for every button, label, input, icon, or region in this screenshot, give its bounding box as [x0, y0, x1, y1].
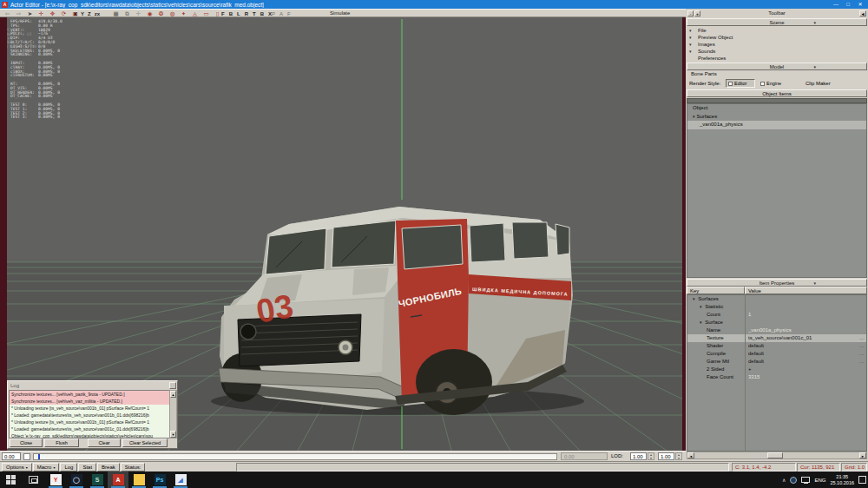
axis-constraint-button[interactable]: X — [73, 11, 78, 16]
projection-button[interactable]: P — [271, 11, 276, 16]
log-window-button[interactable] — [169, 382, 176, 389]
texture-icon[interactable]: ◍ — [168, 10, 177, 17]
van-model[interactable]: 03 ЧОРНОБИЛЬ ШВИДКА МЕДИЧНА ДОПОМОГА — [211, 207, 584, 415]
status-button[interactable]: Macro▾ — [33, 463, 60, 472]
scene-item[interactable]: Preferences — [687, 55, 866, 62]
axis-constraint-button[interactable]: Z — [87, 11, 92, 16]
photoshop-icon[interactable]: Ps — [149, 472, 170, 488]
timeline-track[interactable] — [33, 453, 557, 460]
status-button[interactable]: Options▾ — [2, 463, 32, 472]
minimize-button[interactable]: — — [830, 1, 842, 9]
tree-item[interactable]: _van001a_physics — [687, 121, 866, 129]
media-app-icon[interactable]: ◢ — [170, 472, 191, 488]
status-button[interactable]: Stat▾ — [78, 463, 96, 472]
log-scrollbar[interactable]: ▲ ▼ — [169, 390, 177, 439]
scroll-right-icon[interactable]: ► — [859, 452, 866, 458]
time-input[interactable]: 0.00 — [2, 452, 21, 460]
lod-spinner-1[interactable]: 1.00▲▼ — [630, 452, 654, 460]
task-view-button[interactable] — [29, 476, 38, 484]
scrollbar-thumb[interactable] — [767, 452, 783, 458]
axis-constraint-button[interactable]: Y — [80, 11, 85, 16]
start-button[interactable] — [6, 475, 16, 485]
light-icon[interactable]: ❂ — [156, 10, 166, 17]
scene-section-header[interactable]: Scene▾ — [687, 18, 867, 26]
rotate-icon[interactable]: ⟳ — [59, 10, 69, 17]
tree-item[interactable]: Object — [687, 104, 866, 113]
property-row[interactable]: Statistic — [687, 303, 866, 311]
lod-spinner-2[interactable]: 1.00▲▼ — [658, 452, 682, 460]
close-button[interactable]: ✕ — [854, 1, 866, 9]
select-icon[interactable]: ➤ — [25, 10, 35, 17]
log-button[interactable]: Clear — [88, 439, 121, 447]
key-column-header[interactable]: Key — [687, 287, 745, 294]
redo-icon[interactable]: ⇨ — [14, 10, 23, 17]
view-direction-button[interactable]: R — [244, 11, 249, 16]
clip-maker-button[interactable]: Clip Maker — [806, 81, 831, 86]
view-direction-button[interactable]: T — [252, 11, 257, 16]
add-disabled-icon[interactable]: ✛ — [134, 10, 143, 17]
log-entry[interactable]: * Loaded: gamedata\textures\ts_veh_sourc… — [10, 425, 170, 432]
log-button[interactable]: Clear Selected — [122, 439, 168, 447]
scroll-left-icon[interactable]: ◄ — [687, 452, 694, 458]
log-entry[interactable]: * Unloading texture [ts_veh_source\van00… — [10, 405, 170, 412]
file-explorer-icon[interactable] — [128, 472, 149, 488]
property-row[interactable]: Shaderdefault — [687, 342, 866, 350]
property-row[interactable]: Surfaces — [687, 295, 866, 303]
actor-editor-icon[interactable]: A — [108, 472, 128, 488]
render-mode-icon[interactable]: ◉ — [145, 10, 155, 17]
view-direction-button[interactable]: B — [260, 11, 265, 16]
steam-icon[interactable]: ◯ — [66, 472, 87, 488]
property-row[interactable]: Texturets_veh_source\van001c_01 — [687, 334, 866, 342]
scene-item[interactable]: Sounds — [687, 48, 866, 55]
loop-checkbox[interactable] — [23, 453, 30, 460]
render-style-engine-toggle[interactable]: Engine — [760, 81, 781, 86]
view-direction-button[interactable]: B — [228, 11, 233, 16]
log-entry[interactable]: Synchronize textures... [veh\veh_vaz_mil… — [10, 398, 170, 405]
spinner-arrows-icon[interactable]: ▲▼ — [675, 452, 682, 460]
scroll-up-icon[interactable]: ▲ — [170, 391, 176, 398]
log-list[interactable]: Synchronize textures... [veh\veh_pazik_9… — [9, 390, 170, 439]
action-center-icon[interactable] — [858, 476, 866, 484]
projection-button[interactable]: A — [279, 11, 284, 16]
tray-network-icon[interactable] — [801, 477, 810, 483]
angle-snap-icon[interactable]: ⧉ — [122, 10, 132, 17]
object-items-tree[interactable]: ObjectSurfaces_van001a_physics — [687, 103, 867, 278]
frame-a-icon[interactable]: ▭ — [201, 10, 211, 17]
item-properties-header[interactable]: Item Properties▾ — [687, 279, 867, 287]
status-button[interactable]: Break▾ — [97, 463, 120, 472]
move-icon[interactable]: ✥ — [48, 10, 57, 17]
tray-steam-icon[interactable] — [790, 477, 797, 484]
tray-chevron-icon[interactable]: ∧ — [782, 477, 786, 483]
simulate-button[interactable]: Simulate — [330, 10, 350, 16]
axis-constraint-button[interactable]: zx — [94, 11, 101, 16]
log-button[interactable]: Flush — [44, 439, 79, 447]
clock[interactable]: 21:35 25.10.2016 — [830, 474, 854, 485]
property-row[interactable]: Compiledefault — [687, 350, 866, 358]
wireframe-icon[interactable]: ◬ — [190, 10, 200, 17]
projection-button[interactable]: F — [286, 11, 292, 16]
property-row[interactable]: Game Mtldefault — [687, 358, 866, 366]
property-row[interactable]: 2 Sided+ — [687, 366, 866, 373]
log-entry[interactable]: * Unloading texture [ts_veh_source\van00… — [10, 419, 170, 425]
model-section-header[interactable]: Model▾ — [687, 63, 867, 70]
value-column-header[interactable]: Value — [745, 287, 867, 294]
viewport-3d[interactable]: 03 ЧОРНОБИЛЬ ШВИДКА МЕДИЧНА ДОПОМОГА PC,… — [7, 17, 682, 451]
status-button[interactable]: Status:▾ — [121, 463, 146, 472]
scene-item[interactable]: File — [687, 27, 866, 34]
bone-parts-item[interactable]: Bone Parts — [691, 71, 717, 76]
properties-hscrollbar[interactable]: ◄ ► — [687, 452, 867, 459]
tree-item[interactable]: Surfaces — [687, 113, 866, 122]
scene-item[interactable]: Images — [687, 41, 866, 48]
maximize-button[interactable]: □ — [842, 1, 854, 9]
green-app-icon[interactable]: S — [87, 472, 108, 488]
add-object-icon[interactable]: ✛ — [36, 10, 46, 17]
property-row[interactable]: Count1 — [687, 311, 866, 319]
view-direction-button[interactable]: L — [236, 11, 241, 16]
render-style-editor-toggle[interactable]: Editor — [726, 79, 755, 88]
property-row[interactable]: Name_van001a_physics — [687, 326, 866, 334]
grid-snap-icon[interactable]: ▦ — [111, 10, 121, 17]
log-entry[interactable]: * Loaded: gamedata\textures\ts_veh_sourc… — [10, 412, 170, 419]
property-row[interactable]: Surface — [687, 319, 866, 326]
view-direction-button[interactable]: F — [220, 11, 226, 16]
status-button[interactable]: Log▾ — [60, 463, 77, 472]
